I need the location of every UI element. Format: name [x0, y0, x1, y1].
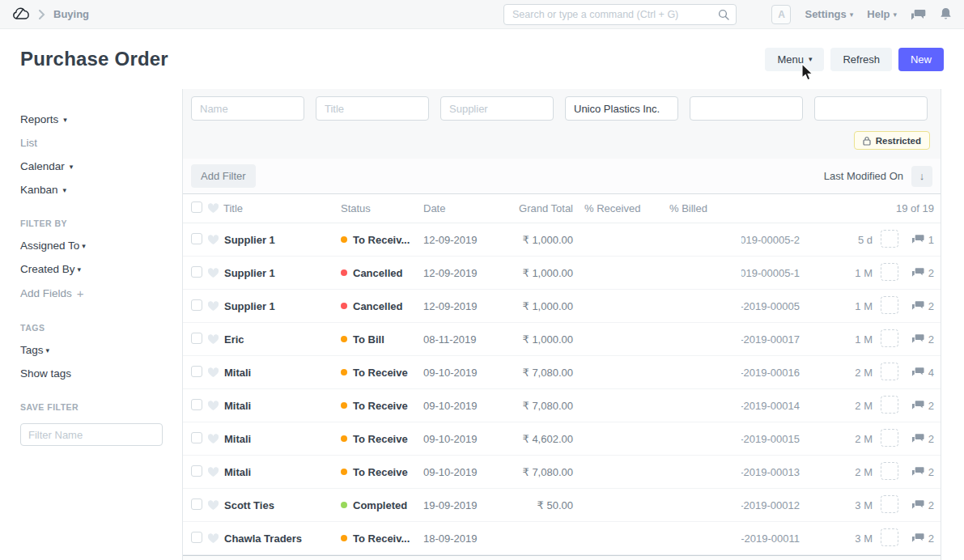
column-grand-total[interactable]: Grand Total [500, 202, 573, 214]
filter-input-5[interactable] [814, 96, 928, 121]
list-row[interactable]: Mitali To Receive 09-10-2019 ₹ 7,080.00 … [183, 456, 941, 489]
filter-name-input[interactable] [20, 423, 163, 446]
add-filter-button[interactable]: Add Filter [191, 164, 256, 188]
row-checkbox[interactable] [191, 532, 202, 543]
row-comments[interactable]: 2 [899, 400, 934, 412]
filter-input-0[interactable] [191, 96, 304, 121]
assign-avatar-placeholder[interactable] [881, 363, 898, 380]
row-checkbox[interactable] [191, 399, 202, 410]
list-row[interactable]: Mitali To Receive 09-10-2019 ₹ 7,080.00 … [183, 389, 941, 422]
row-title[interactable]: Chawla Traders [223, 532, 341, 545]
list-row[interactable]: Eric To Bill 08-11-2019 ₹ 1,000.00 -ORD-… [183, 323, 941, 356]
column-status[interactable]: Status [341, 202, 423, 214]
avatar[interactable]: A [771, 5, 791, 24]
row-title[interactable]: Scott Ties [223, 499, 341, 511]
assign-avatar-placeholder[interactable] [881, 462, 898, 480]
list-row[interactable]: Supplier 1 Cancelled 12-09-2019 ₹ 1,000.… [183, 290, 941, 323]
like-heart-icon[interactable] [207, 334, 223, 345]
row-comments[interactable]: 4 [899, 367, 934, 379]
refresh-button[interactable]: Refresh [830, 48, 892, 71]
row-title[interactable]: Mitali [223, 367, 341, 379]
row-title[interactable]: Supplier 1 [223, 300, 341, 312]
settings-menu[interactable]: Settings▾ [805, 8, 853, 20]
row-checkbox[interactable] [191, 465, 202, 477]
filter-input-3[interactable] [565, 96, 678, 121]
row-checkbox[interactable] [191, 299, 202, 311]
assign-avatar-placeholder[interactable] [881, 429, 898, 447]
list-row[interactable]: Supplier 1 To Receiv... 12-09-2019 ₹ 1,0… [183, 223, 941, 257]
sort-direction-button[interactable]: ↓ [911, 166, 932, 187]
chat-icon[interactable] [911, 8, 926, 21]
restricted-badge[interactable]: Restricted [854, 131, 930, 150]
list-row[interactable]: Chawla Traders To Receiv... 18-09-2019 R… [183, 522, 941, 555]
row-comments[interactable]: 2 [899, 532, 934, 545]
assign-avatar-placeholder[interactable] [881, 528, 898, 546]
row-checkbox[interactable] [191, 498, 202, 510]
liked-filter-heart-icon[interactable] [207, 203, 223, 214]
list-row[interactable]: Supplier 1 Cancelled 12-09-2019 ₹ 1,000.… [183, 257, 941, 290]
column-received[interactable]: % Received [573, 202, 658, 214]
app-logo-icon[interactable] [12, 6, 30, 22]
row-title[interactable]: Mitali [223, 433, 341, 445]
sidebar-item-created-by[interactable]: Created By▾ [20, 263, 171, 275]
like-heart-icon[interactable] [207, 500, 223, 511]
add-fields-button[interactable]: Add Fields+ [20, 286, 171, 300]
select-all-checkbox[interactable] [191, 202, 202, 213]
sidebar-item-reports[interactable]: Reports▾ [20, 113, 171, 125]
row-title[interactable]: Mitali [223, 466, 341, 478]
row-comments[interactable]: 2 [899, 466, 934, 478]
assign-avatar-placeholder[interactable] [881, 329, 898, 347]
sort-field-selector[interactable]: Last Modified On [824, 170, 903, 182]
sidebar-item-kanban[interactable]: Kanban▾ [20, 184, 171, 196]
global-search[interactable] [503, 4, 737, 25]
list-row[interactable]: Mitali To Receive 09-10-2019 ₹ 4,602.00 … [183, 422, 941, 456]
row-title[interactable]: Supplier 1 [223, 267, 341, 279]
sidebar-item-tags[interactable]: Tags▾ [20, 344, 171, 356]
like-heart-icon[interactable] [207, 367, 223, 378]
assign-avatar-placeholder[interactable] [881, 495, 898, 513]
row-comments[interactable]: 1 [899, 234, 934, 246]
like-heart-icon[interactable] [207, 401, 223, 411]
assign-avatar-placeholder[interactable] [881, 396, 898, 414]
row-checkbox[interactable] [191, 266, 202, 278]
assign-avatar-placeholder[interactable] [881, 263, 898, 281]
new-button[interactable]: New [898, 48, 944, 71]
global-search-input[interactable] [511, 8, 718, 21]
like-heart-icon[interactable] [207, 533, 223, 544]
assign-avatar-placeholder[interactable] [881, 230, 898, 248]
like-heart-icon[interactable] [207, 467, 223, 477]
notifications-bell-icon[interactable] [940, 7, 952, 21]
list-row[interactable]: Scott Ties Completed 19-09-2019 ₹ 50.00 … [183, 489, 941, 522]
filter-input-1[interactable] [316, 96, 429, 121]
breadcrumb[interactable]: Buying [53, 8, 89, 20]
column-billed[interactable]: % Billed [658, 202, 741, 214]
show-tags-button[interactable]: Show tags [20, 367, 171, 380]
sidebar-item-list[interactable]: List [20, 137, 171, 149]
filter-input-2[interactable] [440, 96, 554, 121]
menu-button[interactable]: Menu▾ [765, 48, 824, 71]
row-checkbox[interactable] [191, 333, 202, 344]
like-heart-icon[interactable] [207, 235, 223, 245]
row-comments[interactable]: 2 [899, 433, 934, 445]
assign-avatar-placeholder[interactable] [881, 296, 898, 314]
row-comments[interactable]: 2 [899, 499, 934, 511]
sidebar-item-calendar[interactable]: Calendar▾ [20, 160, 171, 172]
like-heart-icon[interactable] [207, 268, 223, 278]
row-title[interactable]: Eric [223, 333, 341, 346]
filter-input-4[interactable] [690, 96, 803, 121]
column-title[interactable]: Title [223, 202, 341, 214]
row-title[interactable]: Supplier 1 [223, 234, 341, 246]
row-checkbox[interactable] [191, 366, 202, 377]
list-row[interactable]: Mitali To Receive 09-10-2019 ₹ 7,080.00 … [183, 356, 941, 389]
row-title[interactable]: Mitali [223, 400, 341, 412]
row-comments[interactable]: 2 [899, 333, 934, 346]
column-date[interactable]: Date [423, 202, 500, 214]
like-heart-icon[interactable] [207, 434, 223, 444]
row-comments[interactable]: 2 [899, 267, 934, 279]
row-comments[interactable]: 2 [899, 300, 934, 312]
sidebar-item-assigned-to[interactable]: Assigned To▾ [20, 240, 171, 252]
help-menu[interactable]: Help▾ [867, 8, 897, 20]
row-checkbox[interactable] [191, 432, 202, 443]
like-heart-icon[interactable] [207, 301, 223, 312]
row-checkbox[interactable] [191, 233, 202, 244]
